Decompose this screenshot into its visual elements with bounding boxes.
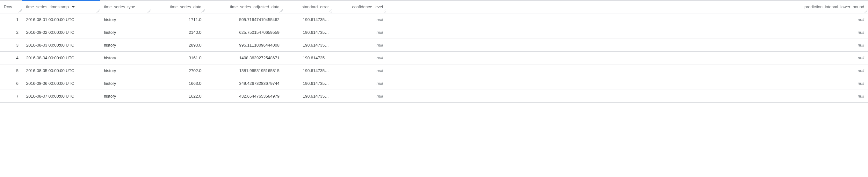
null-value: null [377, 17, 383, 22]
column-header-adjusted[interactable]: time_series_adjusted_data [205, 0, 283, 13]
null-value: null [858, 43, 864, 48]
column-header-row[interactable]: Row [0, 0, 22, 13]
table-row[interactable]: 42016-08-04 00:00:00 UTChistory3161.0140… [0, 51, 868, 64]
cell-data: 3161.0 [151, 51, 205, 64]
null-value: null [377, 30, 383, 35]
cell-adjusted: 1408.3639272548671 [205, 51, 283, 64]
cell-prediction-lower: null [387, 64, 868, 77]
cell-timestamp: 2016-08-02 00:00:00 UTC [22, 26, 100, 38]
results-table: Row time_series_timestamp time_series_ty… [0, 0, 868, 103]
cell-confidence-level: null [333, 13, 387, 26]
resize-handle-icon[interactable] [382, 9, 387, 13]
table-header: Row time_series_timestamp time_series_ty… [0, 0, 868, 13]
cell-confidence-level: null [333, 64, 387, 77]
cell-row-number: 2 [0, 26, 22, 38]
cell-confidence-level: null [333, 51, 387, 64]
column-header-standard-error[interactable]: standard_error [283, 0, 333, 13]
null-value: null [377, 43, 383, 48]
resize-handle-icon[interactable] [864, 9, 868, 13]
cell-type: history [100, 13, 151, 26]
cell-standard-error: 190.614735… [283, 38, 333, 51]
table-row[interactable]: 62016-08-06 00:00:00 UTChistory1663.0349… [0, 77, 868, 90]
column-header-confidence-level[interactable]: confidence_level [333, 0, 387, 13]
cell-type: history [100, 90, 151, 102]
cell-standard-error: 190.614735… [283, 77, 333, 90]
table-row[interactable]: 22016-08-02 00:00:00 UTChistory2140.0625… [0, 26, 868, 38]
resize-handle-icon[interactable] [96, 9, 100, 13]
cell-confidence-level: null [333, 26, 387, 38]
column-header-label: time_series_type [104, 4, 135, 9]
cell-row-number: 7 [0, 90, 22, 102]
cell-adjusted: 1381.9653195165815 [205, 64, 283, 77]
cell-data: 1711.0 [151, 13, 205, 26]
table-body: 12016-08-01 00:00:00 UTChistory1711.0505… [0, 13, 868, 102]
null-value: null [858, 68, 864, 73]
null-value: null [377, 56, 383, 60]
table-row[interactable]: 72016-08-07 00:00:00 UTChistory1622.0432… [0, 90, 868, 102]
cell-standard-error: 190.614735… [283, 51, 333, 64]
column-header-label: prediction_interval_lower_bound [805, 4, 864, 9]
cell-adjusted: 432.65447653564979 [205, 90, 283, 102]
resize-handle-icon[interactable] [147, 9, 151, 13]
cell-adjusted: 995.11110096444008 [205, 38, 283, 51]
table-row[interactable]: 12016-08-01 00:00:00 UTChistory1711.0505… [0, 13, 868, 26]
cell-standard-error: 190.614735… [283, 26, 333, 38]
cell-prediction-lower: null [387, 77, 868, 90]
cell-row-number: 3 [0, 38, 22, 51]
column-header-label: time_series_data [170, 4, 202, 9]
cell-timestamp: 2016-08-03 00:00:00 UTC [22, 38, 100, 51]
cell-timestamp: 2016-08-06 00:00:00 UTC [22, 77, 100, 90]
column-header-label: time_series_timestamp [26, 4, 69, 9]
cell-adjusted: 505.71647419455462 [205, 13, 283, 26]
column-header-label: Row [4, 4, 12, 9]
cell-row-number: 6 [0, 77, 22, 90]
cell-confidence-level: null [333, 90, 387, 102]
cell-type: history [100, 64, 151, 77]
sort-desc-icon [72, 6, 75, 8]
resize-handle-icon[interactable] [279, 9, 283, 13]
cell-type: history [100, 38, 151, 51]
cell-data: 1663.0 [151, 77, 205, 90]
column-header-data[interactable]: time_series_data [151, 0, 205, 13]
cell-data: 2702.0 [151, 64, 205, 77]
cell-adjusted: 625.75015470659559 [205, 26, 283, 38]
resize-handle-icon[interactable] [18, 9, 22, 13]
cell-timestamp: 2016-08-04 00:00:00 UTC [22, 51, 100, 64]
table-row[interactable]: 52016-08-05 00:00:00 UTChistory2702.0138… [0, 64, 868, 77]
null-value: null [377, 81, 383, 86]
null-value: null [377, 94, 383, 98]
table-row[interactable]: 32016-08-03 00:00:00 UTChistory2890.0995… [0, 38, 868, 51]
column-header-type[interactable]: time_series_type [100, 0, 151, 13]
cell-prediction-lower: null [387, 51, 868, 64]
table-header-row: Row time_series_timestamp time_series_ty… [0, 0, 868, 13]
cell-standard-error: 190.614735… [283, 13, 333, 26]
cell-prediction-lower: null [387, 90, 868, 102]
cell-adjusted: 349.42673283679744 [205, 77, 283, 90]
cell-row-number: 1 [0, 13, 22, 26]
resize-handle-icon[interactable] [201, 9, 205, 13]
cell-row-number: 5 [0, 64, 22, 77]
column-header-timestamp[interactable]: time_series_timestamp [22, 0, 100, 13]
null-value: null [858, 94, 864, 98]
cell-type: history [100, 77, 151, 90]
null-value: null [858, 81, 864, 86]
null-value: null [377, 68, 383, 73]
resize-handle-icon[interactable] [328, 9, 333, 13]
cell-data: 2890.0 [151, 38, 205, 51]
cell-prediction-lower: null [387, 38, 868, 51]
column-header-label: time_series_adjusted_data [230, 4, 279, 9]
column-header-label: confidence_level [352, 4, 383, 9]
null-value: null [858, 30, 864, 35]
cell-timestamp: 2016-08-01 00:00:00 UTC [22, 13, 100, 26]
column-header-prediction-lower[interactable]: prediction_interval_lower_bound [387, 0, 868, 13]
null-value: null [858, 17, 864, 22]
null-value: null [858, 56, 864, 60]
column-header-label: standard_error [302, 4, 329, 9]
cell-timestamp: 2016-08-07 00:00:00 UTC [22, 90, 100, 102]
cell-confidence-level: null [333, 77, 387, 90]
cell-prediction-lower: null [387, 26, 868, 38]
cell-type: history [100, 26, 151, 38]
cell-prediction-lower: null [387, 13, 868, 26]
cell-row-number: 4 [0, 51, 22, 64]
cell-standard-error: 190.614735… [283, 90, 333, 102]
